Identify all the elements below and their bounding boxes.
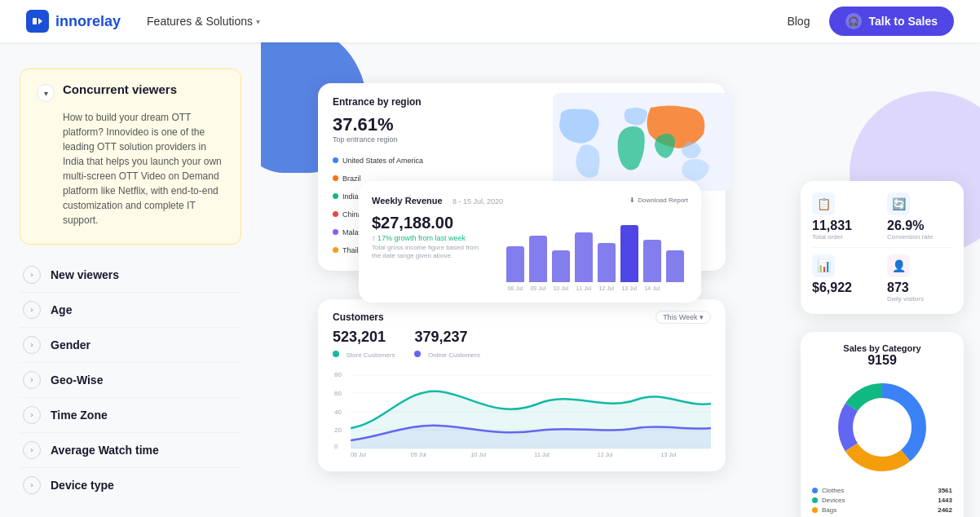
sidebar-item-new-viewers[interactable]: ›New viewers xyxy=(20,258,241,293)
donut-title: Sales by Category xyxy=(812,343,952,353)
revenue-amount: $27,188.00 xyxy=(372,214,493,232)
orders-icon: 📋 xyxy=(812,192,835,215)
stat-total-order: 📋 11,831 Total order xyxy=(812,192,877,241)
logo-text: innorelay xyxy=(55,13,121,30)
featured-title: Concurrent viewers xyxy=(63,82,177,96)
person-icon: 👤 xyxy=(887,254,910,277)
nav-left: innorelay Features & Solutions ▾ xyxy=(26,10,260,33)
stat-conversion: 🔄 26.9% Conversion rate xyxy=(887,192,952,241)
stat-visitors: 👤 873 Daily visitors xyxy=(887,254,952,303)
chart-icon: 📊 xyxy=(812,254,835,277)
stat-revenue: 📊 $6,922 xyxy=(812,254,877,303)
legend-item: Clothes3561 xyxy=(812,487,952,494)
svg-text:0: 0 xyxy=(334,443,338,450)
chevron-icon: › xyxy=(23,371,41,389)
talk-to-sales-button[interactable]: 🎧 Talk to Sales xyxy=(829,7,954,36)
growth-text: ↑ 17% growth from last week xyxy=(372,234,493,242)
download-icon: ⬇ xyxy=(629,197,635,204)
chevron-icon: › xyxy=(23,266,41,284)
online-metric: 379,237 Online Customers xyxy=(414,329,479,360)
bar-label-item xyxy=(666,285,684,291)
sidebar-item-geo-wise[interactable]: ›Geo-Wise xyxy=(20,363,241,398)
chevron-icon: › xyxy=(23,336,41,354)
content-area: Entrance by region 37.61% Top entrance r… xyxy=(261,42,980,517)
bar-chart xyxy=(506,217,688,282)
svg-text:08 Jul: 08 Jul xyxy=(351,452,366,457)
legend-item: Devices1443 xyxy=(812,497,952,504)
blog-link[interactable]: Blog xyxy=(787,15,810,28)
bar-item xyxy=(643,240,661,283)
stats-card: 📋 11,831 Total order 🔄 26.9% Conversion … xyxy=(801,181,964,314)
svg-rect-0 xyxy=(33,18,37,24)
store-dot xyxy=(333,351,339,357)
revenue-card: Weekly Revenue 8 - 15 Jul, 2020 ⬇ Downlo… xyxy=(359,181,701,303)
bar-label-item: 08 Jul xyxy=(506,285,524,291)
svg-text:11 Jul: 11 Jul xyxy=(534,452,550,457)
svg-marker-1 xyxy=(38,18,42,24)
svg-text:80: 80 xyxy=(334,371,342,378)
online-dot xyxy=(414,351,421,357)
chevron-down-icon: ▾ xyxy=(256,17,260,26)
svg-text:10 Jul: 10 Jul xyxy=(470,452,486,457)
bar-item xyxy=(598,243,616,282)
svg-text:20: 20 xyxy=(334,426,342,434)
bar-label-item: 14 Jul xyxy=(643,285,661,291)
bar-label-item: 11 Jul xyxy=(575,285,593,291)
chevron-icon: › xyxy=(23,476,41,494)
bar-item xyxy=(506,246,524,282)
collapse-button[interactable]: ▾ xyxy=(37,84,55,102)
bar-item xyxy=(575,232,593,282)
customers-card: Customers This Week ▾ 523,201 Store Cust… xyxy=(318,299,726,471)
customers-title: Customers xyxy=(333,312,384,323)
sidebar-item-time-zone[interactable]: ›Time Zone xyxy=(20,398,241,433)
svg-text:13 Jul: 13 Jul xyxy=(660,452,676,457)
sidebar-item-age[interactable]: ›Age xyxy=(20,293,241,328)
features-solutions-link[interactable]: Features & Solutions ▾ xyxy=(147,15,260,28)
chevron-icon: › xyxy=(23,406,41,424)
bar-item xyxy=(552,250,570,282)
donut-legend: Clothes3561Devices1443Bags2462Watches169… xyxy=(812,487,952,517)
bar-item xyxy=(666,250,684,282)
sidebar-item-average-watch-time[interactable]: ›Average Watch time xyxy=(20,433,241,468)
bar-item xyxy=(529,236,547,282)
chevron-icon: › xyxy=(23,301,41,319)
logo: innorelay xyxy=(26,10,121,33)
bar-label-item: 09 Jul xyxy=(529,285,547,291)
sidebar-item-gender[interactable]: ›Gender xyxy=(20,328,241,363)
bar-label-item: 12 Jul xyxy=(598,285,616,291)
main-content: ▾ Concurrent viewers How to build your d… xyxy=(0,42,980,517)
logo-icon xyxy=(26,10,49,33)
revenue-date: 8 - 15 Jul, 2020 xyxy=(452,197,503,205)
bar-label-item: 10 Jul xyxy=(552,285,570,291)
featured-card: ▾ Concurrent viewers How to build your d… xyxy=(20,68,241,245)
bar-label-item: 13 Jul xyxy=(620,285,638,291)
featured-desc: How to build your dream OTT platform? In… xyxy=(37,110,224,228)
navbar: innorelay Features & Solutions ▾ Blog 🎧 … xyxy=(0,0,980,42)
refresh-icon: 🔄 xyxy=(887,192,910,215)
revenue-title: Weekly Revenue xyxy=(372,196,443,205)
svg-text:60: 60 xyxy=(334,390,342,397)
sidebar-item-device-type[interactable]: ›Device type xyxy=(20,468,241,502)
legend-item: Bags2462 xyxy=(812,506,952,514)
donut-value: 9159 xyxy=(812,353,952,368)
bar-item xyxy=(620,225,638,282)
svg-text:09 Jul: 09 Jul xyxy=(411,452,426,457)
donut-card: Sales by Category 9159 Clothes3561Device… xyxy=(801,332,964,517)
customers-line-chart: 80 60 40 20 0 08 Jul xyxy=(333,367,711,457)
nav-right: Blog 🎧 Talk to Sales xyxy=(787,7,954,36)
sidebar-menu: ›New viewers›Age›Gender›Geo-Wise›Time Zo… xyxy=(20,258,241,502)
week-selector[interactable]: This Week ▾ xyxy=(656,311,711,324)
svg-point-23 xyxy=(858,403,907,452)
svg-text:40: 40 xyxy=(334,409,342,416)
donut-chart xyxy=(829,374,935,480)
bar-labels: 08 Jul09 Jul10 Jul11 Jul12 Jul13 Jul14 J… xyxy=(506,285,688,291)
sidebar: ▾ Concurrent viewers How to build your d… xyxy=(0,42,261,517)
headset-icon: 🎧 xyxy=(845,13,862,29)
download-report-button[interactable]: ⬇ Download Report xyxy=(629,197,688,204)
store-metric: 523,201 Store Customers xyxy=(333,329,395,360)
chevron-icon: › xyxy=(23,441,41,459)
svg-text:12 Jul: 12 Jul xyxy=(598,452,613,457)
world-map xyxy=(553,93,716,183)
growth-note: Total gross income figure based from the… xyxy=(372,244,486,261)
